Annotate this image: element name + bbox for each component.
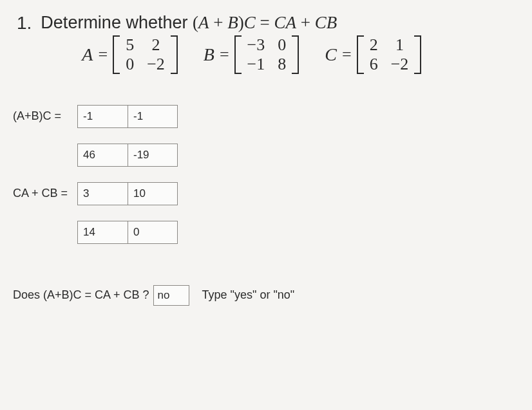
final-prompt: Does (A+B)C = CA + CB ? <box>13 288 149 302</box>
matrix-cell: −3 <box>241 35 272 55</box>
answers-section: (A+B)C = CA + CB = <box>13 105 519 244</box>
bracket-right-icon <box>292 35 299 74</box>
final-question: Does (A+B)C = CA + CB ? Type "yes" or "n… <box>13 285 519 306</box>
cacb-r1c1-input[interactable] <box>77 182 128 205</box>
matrix-A: A = 52 0−2 <box>82 35 177 74</box>
matrices-definitions: A = 52 0−2 B = −30 − <box>82 35 421 74</box>
final-hint: Type "yes" or "no" <box>202 288 295 302</box>
matrix-cell: −2 <box>140 55 171 74</box>
matrix-cell: 6 <box>363 55 385 74</box>
abc-result: (A+B)C = <box>13 105 519 167</box>
bracket-left-icon <box>113 35 119 74</box>
matrix-cell: −1 <box>241 55 272 74</box>
equals-sign: = <box>98 45 108 64</box>
matrix-B-body: −30 −18 <box>234 35 299 74</box>
matrix-cell: 1 <box>385 35 415 55</box>
prompt-text: Determine whether <box>41 13 193 32</box>
cacb-r2c1-input[interactable] <box>77 221 128 244</box>
matrix-cell: 5 <box>119 35 140 55</box>
bracket-left-icon <box>357 35 363 74</box>
cacb-r2c2-input[interactable] <box>128 221 178 244</box>
abc-label: (A+B)C = <box>13 109 77 123</box>
equals-sign: = <box>220 45 229 64</box>
abc-r1c1-input[interactable] <box>77 105 128 128</box>
question-header: 1. Determine whether (A + B)C = CA + CB … <box>6 13 519 74</box>
cacb-r1c2-input[interactable] <box>128 182 178 205</box>
matrix-B: B = −30 −18 <box>204 35 299 74</box>
cacb-label: CA + CB = <box>13 187 77 200</box>
abc-r1c2-input[interactable] <box>128 105 178 128</box>
matrix-B-name: B <box>204 44 214 65</box>
bracket-right-icon <box>415 35 421 74</box>
question-number: 1. <box>6 13 32 33</box>
matrix-A-body: 52 0−2 <box>113 35 178 74</box>
abc-r2c2-input[interactable] <box>128 144 178 167</box>
bracket-right-icon <box>171 35 178 74</box>
prompt-equation: (A + B)C = CA + CB <box>193 13 337 32</box>
matrix-B-grid: −30 −18 <box>241 35 293 74</box>
matrix-cell: 0 <box>271 35 292 55</box>
matrix-A-name: A <box>82 44 93 65</box>
matrix-A-grid: 52 0−2 <box>119 35 171 74</box>
abc-r2c1-input[interactable] <box>77 144 128 167</box>
matrix-cell: 0 <box>119 55 140 74</box>
matrix-C-body: 21 6−2 <box>357 35 422 74</box>
matrix-cell: 8 <box>271 55 292 74</box>
matrix-C: C = 21 6−2 <box>325 35 421 74</box>
matrix-C-name: C <box>325 44 337 65</box>
matrix-cell: 2 <box>363 35 385 55</box>
matrix-C-grid: 21 6−2 <box>363 35 415 74</box>
matrix-cell: −2 <box>385 55 415 74</box>
bracket-left-icon <box>234 35 241 74</box>
final-answer-input[interactable] <box>153 285 189 306</box>
cacb-result: CA + CB = <box>13 182 519 244</box>
equals-sign: = <box>342 45 352 64</box>
question-prompt: Determine whether (A + B)C = CA + CB <box>41 13 421 33</box>
matrix-cell: 2 <box>140 35 171 55</box>
